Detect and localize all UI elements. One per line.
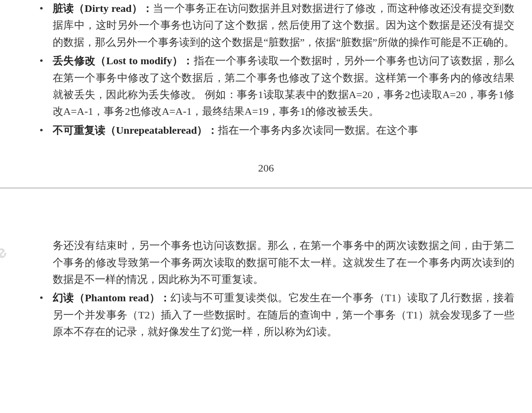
page-2-content: 务还没有结束时，另一个事务也访问该数据。那么，在第一个事务中的两次读数据之间，由… <box>0 206 532 340</box>
term-lost-modify: 丢失修改（Lost to modify）： <box>53 55 194 66</box>
page-1-content: 脏读（Dirty read）：当一个事务正在访问数据并且对数据进行了修改，而这种… <box>0 0 532 139</box>
continuation-text: 务还没有结束时，另一个事务也访问该数据。那么，在第一个事务中的两次读数据之间，由… <box>18 237 514 288</box>
list-item-phantom-read: 幻读（Phantom read）：幻读与不可重复读类似。它发生在一个事务（T1）… <box>40 289 514 340</box>
body-unrepeatable-read: 指在一个事务内多次读同一数据。在这个事 <box>218 124 418 136</box>
term-dirty-read: 脏读（Dirty read）： <box>53 3 153 14</box>
list-item-lost-modify: 丢失修改（Lost to modify）：指在一个事务读取一个数据时，另外一个事… <box>40 52 514 120</box>
page-divider <box>0 187 532 189</box>
term-unrepeatable-read: 不可重复读（Unrepeatableread）： <box>53 124 218 136</box>
term-phantom-read: 幻读（Phantom read）： <box>53 292 170 303</box>
concept-list-1: 脏读（Dirty read）：当一个事务正在访问数据并且对数据进行了修改，而这种… <box>18 0 514 139</box>
page-number: 206 <box>0 140 532 187</box>
list-item-unrepeatable-read: 不可重复读（Unrepeatableread）：指在一个事务内多次读同一数据。在… <box>40 122 514 139</box>
list-item-dirty-read: 脏读（Dirty read）：当一个事务正在访问数据并且对数据进行了修改，而这种… <box>40 0 514 51</box>
concept-list-2: 幻读（Phantom read）：幻读与不可重复读类似。它发生在一个事务（T1）… <box>18 289 514 340</box>
